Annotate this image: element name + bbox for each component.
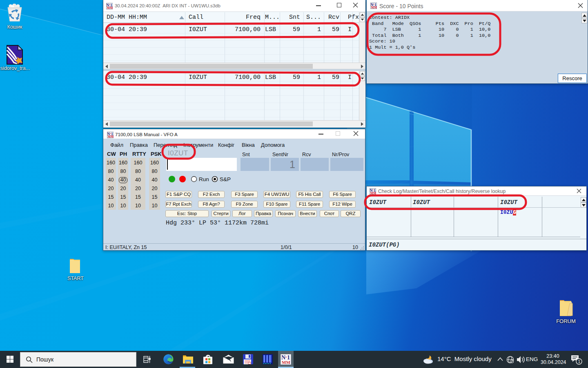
svg-text:MM: MM <box>282 360 290 365</box>
svg-text:MM: MM <box>108 135 114 138</box>
svg-text:1: 1 <box>578 359 581 364</box>
svg-text:MM: MM <box>371 6 377 9</box>
svg-text:MM: MM <box>370 191 376 195</box>
svg-text:MM: MM <box>107 6 113 9</box>
